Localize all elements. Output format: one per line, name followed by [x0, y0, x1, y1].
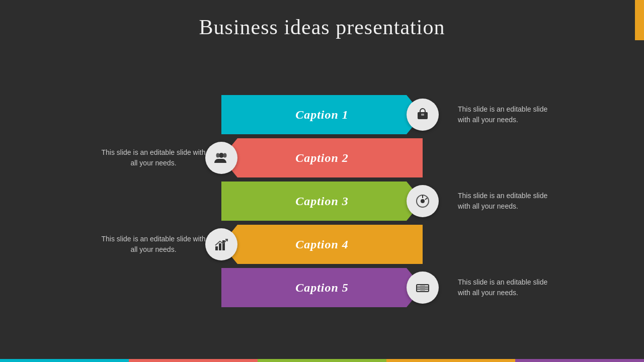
caption-3-label: Caption 3 — [295, 195, 349, 208]
svg-line-8 — [425, 198, 427, 200]
svg-rect-9 — [215, 246, 218, 250]
caption-4-wrapper: Caption 4 This slide is an editable slid… — [221, 224, 423, 265]
caption-1-label: Caption 1 — [295, 108, 349, 122]
caption-5-text: This slide is an editable slide with all… — [458, 277, 548, 298]
caption-5-arrow: Caption 5 — [221, 268, 423, 307]
accent-bar — [635, 0, 644, 40]
caption-1-icon — [407, 99, 439, 131]
bottom-bar — [0, 359, 644, 362]
caption-5-icon — [407, 272, 439, 304]
slide: Business ideas presentation Caption 1 Th — [0, 0, 644, 362]
caption-2-wrapper: Caption 2 This slide is an editable slid… — [221, 137, 423, 178]
caption-3-icon — [407, 185, 439, 217]
caption-2-icon — [205, 142, 237, 174]
bottom-segment-2 — [129, 359, 258, 362]
svg-point-3 — [216, 153, 220, 158]
caption-5-label: Caption 5 — [295, 281, 349, 295]
bottom-segment-1 — [0, 359, 129, 362]
caption-2-text: This slide is an editable slide with all… — [101, 147, 206, 168]
caption-3-wrapper: Caption 3 This slide is an editable slid… — [221, 180, 423, 222]
content-area: Caption 1 This slide is an editable slid… — [0, 60, 644, 342]
caption-3-text: This slide is an editable slide with all… — [458, 191, 548, 212]
caption-2-label: Caption 2 — [295, 151, 349, 165]
caption-1-arrow: Caption 1 — [221, 95, 423, 134]
svg-point-6 — [421, 199, 425, 203]
caption-5-wrapper: Caption 5 This slide is an editable slid… — [221, 267, 423, 308]
svg-rect-10 — [219, 243, 221, 250]
caption-4-label: Caption 4 — [295, 238, 349, 251]
slide-title: Business ideas presentation — [0, 0, 644, 39]
caption-1-wrapper: Caption 1 This slide is an editable slid… — [221, 94, 423, 135]
bottom-segment-4 — [386, 359, 515, 362]
caption-4-text: This slide is an editable slide with all… — [101, 234, 206, 255]
svg-rect-15 — [420, 286, 425, 291]
caption-4-icon — [205, 228, 237, 260]
svg-rect-1 — [421, 114, 424, 116]
caption-3-arrow: Caption 3 — [221, 182, 423, 221]
bottom-segment-5 — [515, 359, 644, 362]
bottom-segment-3 — [258, 359, 386, 362]
caption-2-arrow: Caption 2 — [221, 138, 423, 177]
svg-point-4 — [223, 153, 227, 158]
caption-1-text: This slide is an editable slide with all… — [458, 104, 548, 125]
caption-4-arrow: Caption 4 — [221, 225, 423, 264]
